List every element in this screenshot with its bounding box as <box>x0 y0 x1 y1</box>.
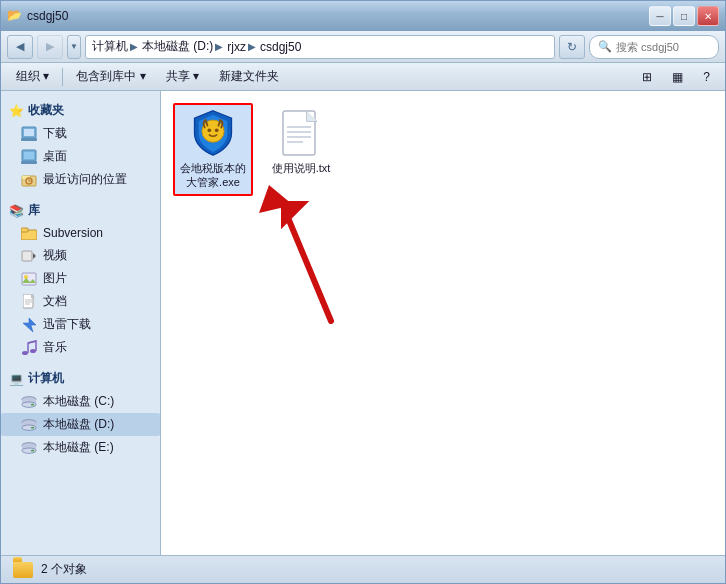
main-window: 📂 csdgj50 ─ □ ✕ ◀ ▶ ▼ 计算机 ▶ 本地磁盘 (D:) ▶ … <box>0 0 726 584</box>
file-item-txt[interactable]: 使用说明.txt <box>261 103 341 196</box>
status-bar: 2 个对象 <box>1 555 725 583</box>
maximize-button[interactable]: □ <box>673 6 695 26</box>
library-header[interactable]: 📚 库 <box>1 199 160 222</box>
breadcrumb-sep-1: ▶ <box>130 41 138 52</box>
help-button[interactable]: ? <box>694 66 719 88</box>
close-button[interactable]: ✕ <box>697 6 719 26</box>
search-input[interactable] <box>616 41 710 53</box>
svg-point-23 <box>30 349 36 353</box>
svg-rect-1 <box>24 129 34 136</box>
include-library-button[interactable]: 包含到库中 ▾ <box>67 66 154 88</box>
file-grid: 会地税版本的大管家.exe <box>173 103 713 196</box>
title-bar: 📂 csdgj50 ─ □ ✕ <box>1 1 725 31</box>
svg-point-39 <box>215 128 219 132</box>
favorites-label: 收藏夹 <box>28 102 64 119</box>
disk-e-icon <box>21 440 37 456</box>
file-item-exe[interactable]: 会地税版本的大管家.exe <box>173 103 253 196</box>
docs-icon <box>21 294 37 310</box>
svg-point-22 <box>22 351 28 355</box>
back-button[interactable]: ◀ <box>7 35 33 59</box>
sidebar-item-disk-e[interactable]: 本地磁盘 (E:) <box>1 436 160 459</box>
preview-button[interactable]: ▦ <box>663 66 692 88</box>
sidebar-item-subversion[interactable]: Subversion <box>1 222 160 244</box>
sidebar-item-recent[interactable]: 最近访问的位置 <box>1 168 160 191</box>
breadcrumb-rjxz-label: rjxz <box>227 40 246 54</box>
search-box[interactable]: 🔍 <box>589 35 719 59</box>
music-label: 音乐 <box>43 339 67 356</box>
svg-line-24 <box>28 341 36 343</box>
disk-e-label: 本地磁盘 (E:) <box>43 439 114 456</box>
svg-line-45 <box>281 201 331 321</box>
disk-c-icon <box>21 394 37 410</box>
view-mode-button[interactable]: ⊞ <box>633 66 661 88</box>
status-folder-icon <box>13 562 33 578</box>
svg-point-37 <box>202 120 224 142</box>
library-icon: 📚 <box>9 204 24 218</box>
new-folder-button[interactable]: 新建文件夹 <box>210 66 288 88</box>
toolbar-separator-1 <box>62 68 63 86</box>
svg-point-38 <box>207 128 211 132</box>
computer-label: 计算机 <box>28 370 64 387</box>
disk-d-label: 本地磁盘 (D:) <box>43 416 114 433</box>
minimize-button[interactable]: ─ <box>649 6 671 26</box>
share-button[interactable]: 共享 ▾ <box>157 66 208 88</box>
toolbar: 组织 ▾ 包含到库中 ▾ 共享 ▾ 新建文件夹 ⊞ ▦ ? <box>1 63 725 91</box>
sidebar-item-video[interactable]: 视频 <box>1 244 160 267</box>
sidebar-item-music[interactable]: 音乐 <box>1 336 160 359</box>
breadcrumb-rjxz[interactable]: rjxz ▶ <box>227 40 256 54</box>
disk-c-label: 本地磁盘 (C:) <box>43 393 114 410</box>
library-label: 库 <box>28 202 40 219</box>
nav-dropdown-button[interactable]: ▼ <box>67 35 81 59</box>
favorites-header[interactable]: ⭐ 收藏夹 <box>1 99 160 122</box>
sidebar-item-xunlei[interactable]: 迅雷下载 <box>1 313 160 336</box>
sidebar-item-disk-d[interactable]: 本地磁盘 (D:) <box>1 413 160 436</box>
breadcrumb-computer[interactable]: 计算机 ▶ <box>92 38 138 55</box>
breadcrumb-computer-label: 计算机 <box>92 38 128 55</box>
library-section: 📚 库 Subversion 视频 <box>1 199 160 359</box>
favorites-icon: ⭐ <box>9 104 24 118</box>
video-icon <box>21 248 37 264</box>
breadcrumb-current[interactable]: csdgj50 <box>260 40 301 54</box>
refresh-button[interactable]: ↻ <box>559 35 585 59</box>
images-icon <box>21 271 37 287</box>
breadcrumb-disk-label: 本地磁盘 (D:) <box>142 38 213 55</box>
content-area[interactable]: 会地税版本的大管家.exe <box>161 91 725 555</box>
toolbar-right: ⊞ ▦ ? <box>633 66 719 88</box>
forward-button[interactable]: ▶ <box>37 35 63 59</box>
desktop-icon <box>21 149 37 165</box>
computer-icon: 💻 <box>9 372 24 386</box>
sidebar-item-desktop[interactable]: 桌面 <box>1 145 160 168</box>
svg-point-36 <box>31 449 35 451</box>
title-controls: ─ □ ✕ <box>649 6 719 26</box>
txt-file-icon <box>277 109 325 157</box>
breadcrumb-disk[interactable]: 本地磁盘 (D:) ▶ <box>142 38 223 55</box>
exe-file-icon <box>189 109 237 157</box>
exe-file-label: 会地税版本的大管家.exe <box>179 161 247 190</box>
sidebar-item-disk-c[interactable]: 本地磁盘 (C:) <box>1 390 160 413</box>
disk-d-icon <box>21 417 37 433</box>
sidebar-item-docs[interactable]: 文档 <box>1 290 160 313</box>
desktop-label: 桌面 <box>43 148 67 165</box>
svg-point-28 <box>31 403 35 405</box>
favorites-section: ⭐ 收藏夹 下载 桌面 <box>1 99 160 191</box>
video-label: 视频 <box>43 247 67 264</box>
breadcrumb-sep-2: ▶ <box>215 41 223 52</box>
xunlei-label: 迅雷下载 <box>43 316 91 333</box>
images-label: 图片 <box>43 270 67 287</box>
main-area: ⭐ 收藏夹 下载 桌面 <box>1 91 725 555</box>
address-bar: ◀ ▶ ▼ 计算机 ▶ 本地磁盘 (D:) ▶ rjxz ▶ csdgj50 ↻… <box>1 31 725 63</box>
title-bar-left: 📂 csdgj50 <box>7 8 68 24</box>
status-count: 2 个对象 <box>41 561 87 578</box>
docs-label: 文档 <box>43 293 67 310</box>
sidebar-item-download[interactable]: 下载 <box>1 122 160 145</box>
computer-section: 💻 计算机 本地磁盘 (C:) 本地磁盘 (D:) <box>1 367 160 459</box>
address-path[interactable]: 计算机 ▶ 本地磁盘 (D:) ▶ rjxz ▶ csdgj50 <box>85 35 555 59</box>
window-title: csdgj50 <box>27 9 68 23</box>
window-icon: 📂 <box>7 8 23 24</box>
svg-rect-12 <box>21 228 28 232</box>
svg-marker-14 <box>33 253 36 259</box>
svg-rect-15 <box>22 273 36 285</box>
computer-header[interactable]: 💻 计算机 <box>1 367 160 390</box>
sidebar-item-images[interactable]: 图片 <box>1 267 160 290</box>
organize-button[interactable]: 组织 ▾ <box>7 66 58 88</box>
